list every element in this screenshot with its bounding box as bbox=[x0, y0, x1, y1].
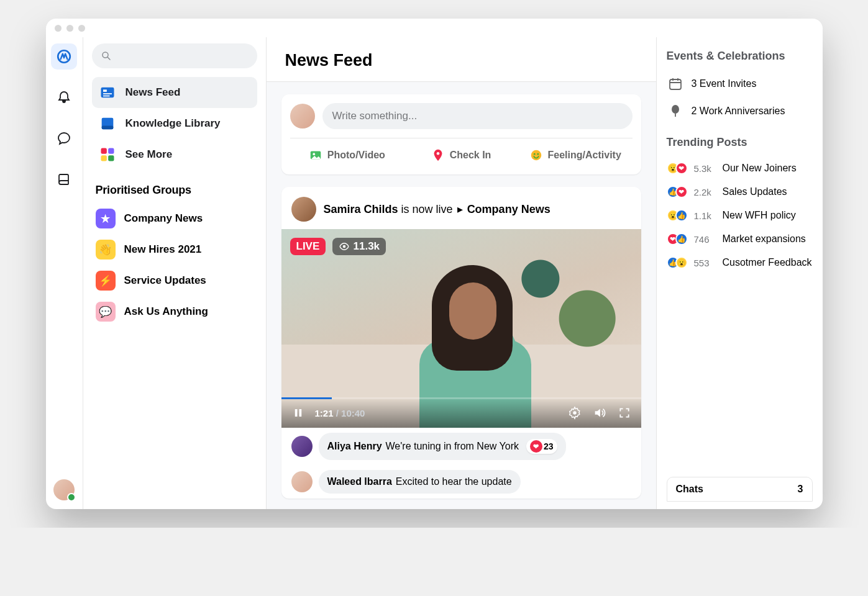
bell-icon bbox=[57, 90, 71, 105]
trending-item[interactable]: 👍❤ 2.2k Sales Updates bbox=[667, 180, 813, 204]
search-icon bbox=[101, 50, 112, 61]
svg-rect-4 bbox=[103, 93, 112, 94]
trending-item[interactable]: 👍😮 553 Cusotmer Feedback bbox=[667, 251, 813, 274]
composer-check-in[interactable]: Check In bbox=[404, 145, 518, 166]
reaction-icons: 👍❤ bbox=[667, 186, 688, 198]
comment-bubble[interactable]: Waleed Ibarra Excited to hear the update bbox=[319, 470, 521, 494]
trend-count: 746 bbox=[694, 234, 716, 245]
rail-notifications[interactable] bbox=[51, 84, 77, 111]
reaction-icons: ❤👍 bbox=[667, 233, 688, 245]
search-input[interactable] bbox=[92, 43, 257, 68]
nav-see-more[interactable]: See More bbox=[92, 139, 257, 170]
rail-chat[interactable] bbox=[51, 125, 77, 151]
commenter-avatar[interactable] bbox=[291, 471, 313, 492]
post-author[interactable]: Samira Childs bbox=[324, 203, 398, 215]
gear-icon bbox=[568, 406, 582, 420]
group-ask-us-anything[interactable]: 💬 Ask Us Anything bbox=[92, 296, 257, 327]
rail-library[interactable] bbox=[51, 166, 77, 192]
comment-text: We're tuning in from New York bbox=[386, 441, 519, 452]
content-area: News Feed Write something... Photo/Video bbox=[267, 37, 656, 509]
viewer-count: 11.3k bbox=[332, 238, 386, 255]
rail-home[interactable] bbox=[51, 43, 77, 70]
library-icon bbox=[98, 114, 117, 133]
app-window: News Feed Knowledge Library See More Pri… bbox=[46, 19, 823, 509]
comment-reaction[interactable]: ❤23 bbox=[526, 439, 557, 454]
post-author-avatar[interactable] bbox=[291, 197, 316, 222]
commenter-avatar[interactable] bbox=[291, 436, 313, 457]
group-service-updates[interactable]: ⚡ Service Updates bbox=[92, 265, 257, 296]
trend-title: Cusotmer Feedback bbox=[723, 257, 812, 268]
post-target[interactable]: Company News bbox=[467, 203, 550, 215]
svg-rect-8 bbox=[101, 148, 106, 154]
page-title: News Feed bbox=[267, 37, 656, 82]
fullscreen-button[interactable] bbox=[616, 405, 633, 421]
comment-row: Aliya Henry We're tuning in from New Yor… bbox=[281, 428, 641, 465]
nav-label: Knowledge Library bbox=[126, 117, 221, 130]
action-label: Feeling/Activity bbox=[548, 150, 621, 161]
composer-photo-video[interactable]: Photo/Video bbox=[290, 145, 404, 166]
nav-news-feed[interactable]: News Feed bbox=[92, 77, 257, 108]
comment-text: Excited to hear the update bbox=[396, 476, 512, 487]
svg-rect-7 bbox=[101, 126, 113, 130]
live-badge: LIVE bbox=[290, 238, 326, 255]
window-titlebar bbox=[46, 19, 823, 37]
svg-rect-5 bbox=[103, 96, 110, 97]
trending-item[interactable]: 😮👍 1.1k New WFH policy bbox=[667, 204, 813, 227]
trending-item[interactable]: ❤👍 746 Market expansions bbox=[667, 227, 813, 251]
post-header: Samira Childs is now live ▸ Company News bbox=[281, 187, 641, 229]
chat-icon: 💬 bbox=[96, 302, 116, 322]
svg-point-23 bbox=[672, 105, 679, 114]
svg-point-18 bbox=[342, 245, 345, 248]
video-controls: 1:21 / 10:40 bbox=[281, 398, 641, 428]
post-verb: is now live bbox=[401, 203, 453, 215]
group-company-news[interactable]: ★ Company News bbox=[92, 203, 257, 234]
trending-item[interactable]: 😮❤ 5.3k Our New Joiners bbox=[667, 156, 813, 180]
trend-title: New WFH policy bbox=[723, 210, 796, 221]
fullscreen-icon bbox=[618, 407, 631, 419]
reaction-icons: 😮❤ bbox=[667, 162, 688, 174]
calendar-icon bbox=[667, 75, 684, 93]
traffic-light-min[interactable] bbox=[66, 25, 73, 32]
comment-author: Aliya Henry bbox=[327, 441, 382, 452]
traffic-light-max[interactable] bbox=[78, 25, 85, 32]
group-new-hires[interactable]: 👋 New Hires 2021 bbox=[92, 234, 257, 265]
video-player[interactable]: LIVE 11.3k 1:21 / 10:40 bbox=[281, 229, 641, 428]
chats-count: 3 bbox=[798, 484, 803, 495]
right-rail: Events & Celebrations 3 Event Invites 2 … bbox=[656, 37, 823, 509]
composer-avatar[interactable] bbox=[290, 104, 315, 129]
current-user-avatar[interactable] bbox=[53, 479, 75, 500]
reaction-icons: 👍😮 bbox=[667, 256, 688, 269]
trending-heading: Trending Posts bbox=[667, 136, 813, 149]
nav-label: See More bbox=[126, 148, 173, 161]
trend-title: Our New Joiners bbox=[723, 163, 797, 174]
settings-button[interactable] bbox=[567, 405, 583, 421]
comment-bubble[interactable]: Aliya Henry We're tuning in from New Yor… bbox=[319, 433, 566, 460]
composer-placeholder: Write something... bbox=[332, 110, 418, 122]
composer-feeling[interactable]: Feeling/Activity bbox=[518, 145, 633, 166]
svg-rect-22 bbox=[670, 79, 681, 89]
volume-button[interactable] bbox=[592, 405, 608, 421]
event-invites[interactable]: 3 Event Invites bbox=[667, 70, 813, 97]
emoji-icon bbox=[529, 148, 543, 162]
group-label: New Hires 2021 bbox=[124, 243, 202, 256]
pause-button[interactable] bbox=[290, 405, 306, 421]
sidebar: News Feed Knowledge Library See More Pri… bbox=[83, 37, 267, 509]
group-label: Ask Us Anything bbox=[124, 305, 208, 318]
composer-card: Write something... Photo/Video Check In bbox=[281, 94, 641, 174]
icon-rail bbox=[46, 37, 83, 509]
traffic-light-close[interactable] bbox=[55, 25, 62, 32]
caret-right-icon: ▸ bbox=[457, 203, 463, 215]
book-icon bbox=[57, 172, 71, 187]
svg-rect-11 bbox=[108, 155, 114, 161]
reaction-icons: 😮👍 bbox=[667, 209, 688, 222]
work-anniversaries[interactable]: 2 Work Anniversaries bbox=[667, 97, 813, 125]
nav-knowledge-library[interactable]: Knowledge Library bbox=[92, 108, 257, 139]
bolt-icon: ⚡ bbox=[96, 271, 116, 291]
trend-count: 1.1k bbox=[694, 210, 716, 221]
svg-point-16 bbox=[533, 153, 535, 155]
composer-input[interactable]: Write something... bbox=[322, 103, 633, 129]
chat-bubble-icon bbox=[57, 131, 71, 146]
chats-panel-toggle[interactable]: Chats 3 bbox=[667, 477, 813, 502]
svg-rect-10 bbox=[101, 155, 106, 161]
group-label: Service Updates bbox=[124, 274, 206, 287]
